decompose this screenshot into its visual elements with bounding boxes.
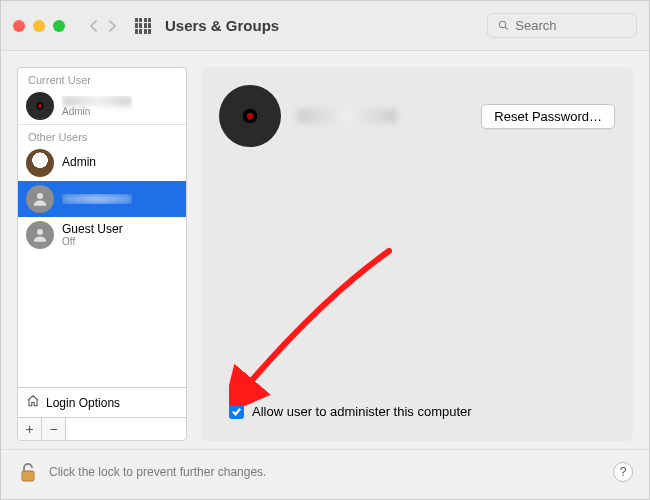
user-role: Off [62,236,123,247]
user-role: Admin [62,106,132,117]
forward-button[interactable] [103,14,121,38]
svg-line-1 [505,27,508,30]
login-options-label: Login Options [46,396,120,410]
avatar [26,92,54,120]
admin-checkbox-label: Allow user to administer this computer [252,404,472,419]
user-name [62,96,132,106]
add-remove-row: + − [18,417,186,440]
user-list: Current User Admin Other Users Admin [18,68,186,387]
search-field[interactable] [487,13,637,38]
section-other-users: Other Users [18,124,186,145]
page-title: Users & Groups [165,17,279,34]
user-name [62,194,132,204]
search-input[interactable] [515,18,626,33]
house-icon [26,394,40,411]
show-all-prefs-icon[interactable] [135,18,151,34]
footer: Click the lock to prevent further change… [1,449,649,493]
svg-point-0 [499,21,505,27]
user-avatar-large[interactable] [219,85,281,147]
content-area: Current User Admin Other Users Admin [1,51,649,449]
admin-checkbox-row[interactable]: Allow user to administer this computer [219,404,615,423]
reset-password-button[interactable]: Reset Password… [481,104,615,129]
lock-hint-text: Click the lock to prevent further change… [49,465,266,479]
list-item[interactable]: Guest User Off [18,217,186,253]
remove-user-button[interactable]: − [42,418,66,440]
user-detail-pane: Reset Password… Allow user to administer… [201,67,633,441]
avatar [26,149,54,177]
svg-point-2 [37,193,43,199]
list-item-selected[interactable] [18,181,186,217]
titlebar: Users & Groups [1,1,649,51]
search-icon [498,19,509,32]
help-button[interactable]: ? [613,462,633,482]
detail-username [297,109,397,123]
detail-header: Reset Password… [219,85,615,147]
login-options-button[interactable]: Login Options [18,387,186,417]
list-item[interactable]: Admin [18,145,186,181]
admin-checkbox[interactable] [229,404,244,419]
close-window-icon[interactable] [13,20,25,32]
lock-button[interactable] [17,459,39,485]
user-list-sidebar: Current User Admin Other Users Admin [17,67,187,441]
avatar [26,221,54,249]
svg-rect-4 [22,471,34,481]
section-current-user: Current User [18,68,186,88]
back-button[interactable] [85,14,103,38]
add-user-button[interactable]: + [18,418,42,440]
avatar [26,185,54,213]
minimize-window-icon[interactable] [33,20,45,32]
fullscreen-window-icon[interactable] [53,20,65,32]
window-controls [13,20,65,32]
svg-point-3 [37,229,43,235]
user-name: Guest User [62,223,123,236]
current-user-row[interactable]: Admin [18,88,186,124]
user-name: Admin [62,156,96,169]
